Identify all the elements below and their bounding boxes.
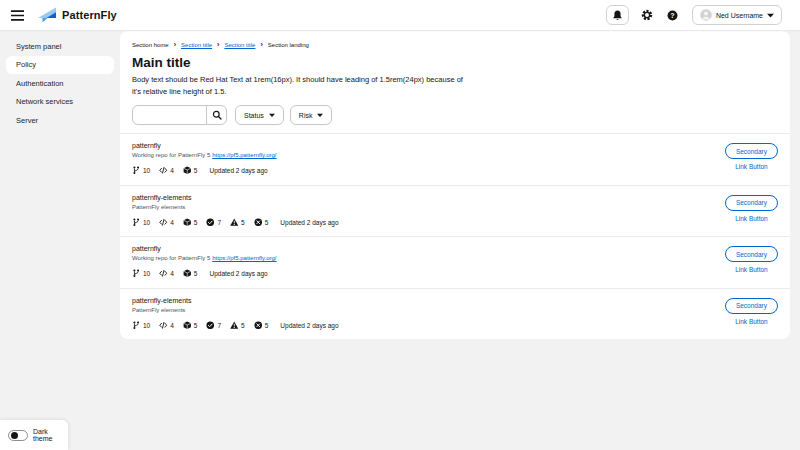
- sidebar-item-policy[interactable]: Policy: [6, 56, 114, 75]
- link-button[interactable]: Link Button: [735, 266, 768, 273]
- help-button[interactable]: ?: [663, 5, 683, 25]
- sidebar-item-label: System panel: [16, 42, 61, 51]
- dark-theme-label: Dark theme: [33, 428, 60, 442]
- code-icon: [159, 321, 168, 330]
- stat-code: 4: [159, 166, 174, 175]
- secondary-button[interactable]: Secondary: [725, 298, 778, 314]
- stat-code-branch: 10: [132, 321, 150, 330]
- page-body-text: Body text should be Red Hat Text at 1rem…: [132, 74, 467, 97]
- repo-description: PatternFly elements: [132, 204, 339, 210]
- repo-title: patternfly: [132, 245, 277, 252]
- main-panel: Section home › Section title › Section t…: [120, 31, 790, 339]
- page-title: Main title: [132, 55, 778, 70]
- repo-link[interactable]: https://pf5.patternfly.org/: [212, 152, 276, 158]
- toolbar: Status Risk: [132, 105, 778, 125]
- svg-text:?: ?: [671, 12, 675, 19]
- secondary-button[interactable]: Secondary: [725, 195, 778, 211]
- repo-description: Working repo for PatternFly 5https://pf5…: [132, 255, 277, 261]
- link-button[interactable]: Link Button: [735, 163, 768, 170]
- stat-code: 4: [159, 269, 174, 278]
- cube-icon: [183, 218, 192, 227]
- stat-code-branch: 10: [132, 269, 150, 278]
- cube-icon: [183, 321, 192, 330]
- sidebar-item-label: Server: [16, 116, 38, 125]
- updated-text: Updated 2 days ago: [209, 167, 267, 174]
- repo-title: patternfly: [132, 142, 277, 149]
- repo-description: PatternFly elements: [132, 307, 339, 313]
- code-branch-icon: [132, 269, 141, 278]
- user-name: Ned Username: [716, 12, 763, 19]
- stat-cube: 5: [183, 166, 198, 175]
- patternfly-demo-page: { "colors": { "accent": "#0066cc", "page…: [0, 0, 800, 450]
- link-button[interactable]: Link Button: [735, 318, 768, 325]
- notifications-button[interactable]: [606, 5, 629, 25]
- link-button[interactable]: Link Button: [735, 215, 768, 222]
- sidebar-item-system-panel[interactable]: System panel: [0, 37, 120, 56]
- stat-code: 4: [159, 218, 174, 227]
- stat-times-circle: 5: [254, 321, 269, 330]
- updated-text: Updated 2 days ago: [209, 270, 267, 277]
- theme-switcher: Dark theme: [0, 420, 68, 450]
- stat-exclamation-triangle: 5: [230, 218, 245, 227]
- code-icon: [159, 218, 168, 227]
- breadcrumb: Section home › Section title › Section t…: [132, 41, 778, 48]
- sidebar-item-network-services[interactable]: Network services: [0, 93, 120, 112]
- status-filter-label: Status: [244, 112, 264, 119]
- repo-stats: 1045755Updated 2 days ago: [132, 321, 339, 330]
- user-menu-button[interactable]: Ned Username: [692, 5, 782, 25]
- sidebar-item-label: Policy: [16, 60, 36, 69]
- breadcrumb-link[interactable]: Section title: [224, 42, 255, 48]
- list-item-actions: Secondary Link Button: [725, 297, 778, 325]
- status-filter-dropdown[interactable]: Status: [235, 105, 284, 125]
- stat-code-branch: 10: [132, 218, 150, 227]
- cube-icon: [183, 269, 192, 278]
- sidebar-item-authentication[interactable]: Authentication: [0, 74, 120, 93]
- chevron-down-icon: [767, 13, 774, 18]
- repository-list: patternfly Working repo for PatternFly 5…: [120, 133, 790, 339]
- list-item: patternfly-elements PatternFly elements …: [120, 288, 790, 339]
- list-item-actions: Secondary Link Button: [725, 194, 778, 222]
- angle-right-icon: ›: [217, 41, 219, 48]
- nav-toggle-button[interactable]: [10, 8, 24, 22]
- stat-cube: 5: [183, 269, 198, 278]
- sidebar-item-label: Network services: [16, 97, 73, 106]
- repo-title: patternfly-elements: [132, 194, 339, 201]
- sidebar-item-server[interactable]: Server: [0, 111, 120, 130]
- repo-stats: 1045Updated 2 days ago: [132, 269, 277, 278]
- updated-text: Updated 2 days ago: [280, 219, 338, 226]
- code-branch-icon: [132, 166, 141, 175]
- repo-link[interactable]: https://pf5.patternfly.org/: [212, 255, 276, 261]
- angle-right-icon: ›: [174, 41, 176, 48]
- chevron-down-icon: [269, 113, 275, 118]
- stat-cube: 5: [183, 321, 198, 330]
- breadcrumb-link[interactable]: Section title: [181, 42, 212, 48]
- repo-stats: 1045Updated 2 days ago: [132, 166, 277, 175]
- search-icon: [212, 110, 222, 120]
- list-item-content: patternfly-elements PatternFly elements …: [132, 194, 339, 227]
- masthead-actions: ? Ned Username: [606, 5, 782, 25]
- question-circle-icon: ?: [667, 10, 678, 21]
- search-button[interactable]: [206, 105, 227, 125]
- times-circle-icon: [254, 218, 263, 227]
- settings-button[interactable]: [637, 5, 657, 25]
- code-branch-icon: [132, 321, 141, 330]
- gear-icon: [641, 9, 653, 21]
- updated-text: Updated 2 days ago: [280, 322, 338, 329]
- code-icon: [159, 166, 168, 175]
- list-item-content: patternfly Working repo for PatternFly 5…: [132, 245, 277, 278]
- exclamation-triangle-icon: [230, 218, 239, 227]
- stat-code-branch: 10: [132, 166, 150, 175]
- secondary-button[interactable]: Secondary: [725, 143, 778, 159]
- list-item: patternfly Working repo for PatternFly 5…: [120, 236, 790, 288]
- risk-filter-dropdown[interactable]: Risk: [290, 105, 333, 125]
- brand: PatternFly: [37, 7, 117, 23]
- avatar-icon: [700, 9, 712, 21]
- list-item: patternfly Working repo for PatternFly 5…: [120, 133, 790, 185]
- risk-filter-label: Risk: [299, 112, 313, 119]
- repo-stats: 1045755Updated 2 days ago: [132, 218, 339, 227]
- secondary-button[interactable]: Secondary: [725, 246, 778, 262]
- search-input[interactable]: [132, 105, 207, 125]
- dark-theme-toggle[interactable]: [8, 430, 28, 441]
- angle-right-icon: ›: [260, 41, 262, 48]
- breadcrumb-current: Section landing: [268, 42, 309, 48]
